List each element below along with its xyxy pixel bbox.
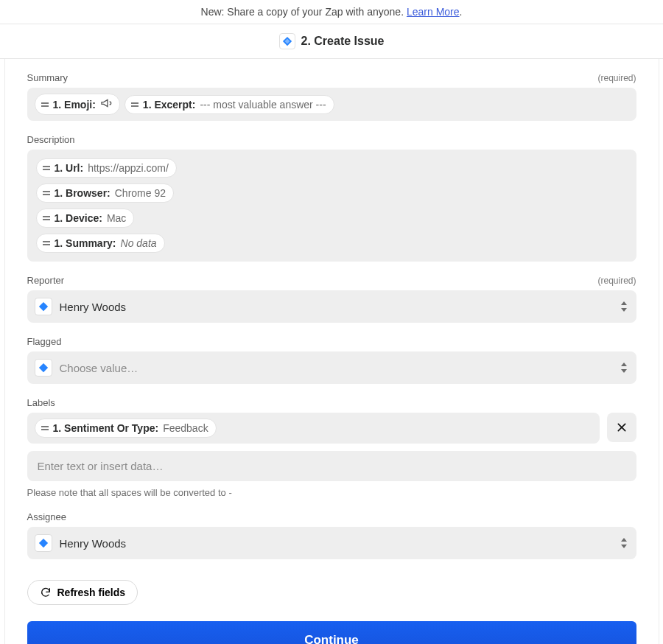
step-title: 2. Create Issue <box>301 35 385 48</box>
jira-icon <box>35 359 52 377</box>
banner-text: New: Share a copy of your Zap with anyon… <box>201 6 407 18</box>
reporter-required: (required) <box>597 276 636 286</box>
labels-text-input[interactable] <box>27 451 636 481</box>
form-panel: Summary (required) 1. Emoji: 1. Excerpt:… <box>4 59 659 644</box>
learn-more-link[interactable]: Learn More <box>407 6 460 18</box>
refresh-fields-button[interactable]: Refresh fields <box>27 580 138 605</box>
field-summary: Summary (required) 1. Emoji: 1. Excerpt:… <box>27 72 636 121</box>
banner-suffix: . <box>460 6 463 18</box>
reporter-value: Henry Woods <box>60 301 127 313</box>
summary-label: Summary <box>27 72 69 83</box>
summary-pill-emoji[interactable]: 1. Emoji: <box>35 94 120 115</box>
svg-rect-4 <box>43 166 50 167</box>
sort-arrows-icon <box>620 538 628 548</box>
pill-key: 1. Summary: <box>55 237 116 249</box>
svg-rect-7 <box>43 194 50 195</box>
field-flagged: Flagged Choose value… <box>27 336 636 384</box>
sort-arrows-icon <box>620 301 628 312</box>
data-source-icon <box>43 191 50 195</box>
svg-rect-0 <box>41 102 49 104</box>
svg-rect-8 <box>43 216 50 217</box>
sort-arrows-icon <box>620 363 628 373</box>
refresh-label: Refresh fields <box>57 587 126 598</box>
summary-required: (required) <box>597 73 636 83</box>
jira-icon <box>35 298 52 315</box>
top-banner: New: Share a copy of your Zap with anyon… <box>0 0 663 24</box>
close-icon <box>616 421 628 433</box>
field-description: Description 1. Url: https://appzi.com/ 1… <box>27 134 636 262</box>
reporter-label: Reporter <box>27 275 65 286</box>
pill-key: 1. Browser: <box>55 187 110 199</box>
pill-value: Chrome 92 <box>115 187 166 199</box>
description-pill-summary[interactable]: 1. Summary: No data <box>36 234 165 253</box>
flagged-label: Flagged <box>27 336 62 347</box>
svg-rect-10 <box>43 241 50 242</box>
assignee-value: Henry Woods <box>60 537 127 550</box>
labels-help-text: Please note that all spaces will be conv… <box>27 487 636 498</box>
pill-key: 1. Url: <box>55 162 84 174</box>
description-label: Description <box>27 134 75 145</box>
data-source-icon <box>131 102 138 107</box>
flagged-select[interactable]: Choose value… <box>27 351 636 384</box>
continue-button[interactable]: Continue <box>27 621 636 644</box>
pill-value: No data <box>121 237 157 249</box>
pill-value: Feedback <box>163 422 208 434</box>
field-assignee: Assignee Henry Woods <box>27 511 636 559</box>
pill-value: --- most valuable answer --- <box>200 99 326 111</box>
data-source-icon <box>41 102 49 107</box>
pill-value: Mac <box>107 212 126 224</box>
svg-rect-12 <box>41 426 49 427</box>
pill-value: https://appzi.com/ <box>88 162 169 174</box>
description-input[interactable]: 1. Url: https://appzi.com/ 1. Browser: C… <box>27 150 636 262</box>
svg-rect-9 <box>43 219 50 220</box>
description-pill-browser[interactable]: 1. Browser: Chrome 92 <box>36 183 175 203</box>
reporter-select[interactable]: Henry Woods <box>27 290 636 323</box>
summary-input[interactable]: 1. Emoji: 1. Excerpt: --- most valuable … <box>27 88 636 121</box>
description-pill-device[interactable]: 1. Device: Mac <box>36 209 135 228</box>
step-header: 2. Create Issue <box>0 24 663 59</box>
svg-rect-13 <box>41 429 49 430</box>
pill-key: 1. Emoji: <box>53 99 96 111</box>
labels-pill-sentiment[interactable]: 1. Sentiment Or Type: Feedback <box>35 419 217 438</box>
pill-key: 1. Excerpt: <box>143 99 196 111</box>
svg-rect-6 <box>43 191 50 192</box>
data-source-icon <box>43 216 50 220</box>
svg-rect-3 <box>131 105 138 107</box>
jira-icon <box>35 534 52 552</box>
labels-input[interactable]: 1. Sentiment Or Type: Feedback <box>27 413 600 444</box>
svg-rect-5 <box>43 169 50 170</box>
data-source-icon <box>43 241 50 245</box>
labels-label: Labels <box>27 397 55 408</box>
svg-rect-11 <box>43 244 50 245</box>
clear-labels-button[interactable] <box>607 413 636 442</box>
svg-rect-2 <box>131 102 138 104</box>
assignee-label: Assignee <box>27 511 66 522</box>
description-pill-url[interactable]: 1. Url: https://appzi.com/ <box>36 158 177 178</box>
svg-rect-1 <box>41 105 49 107</box>
refresh-icon <box>40 587 52 598</box>
field-labels: Labels 1. Sentiment Or Type: Feedback Pl… <box>27 397 636 498</box>
megaphone-icon <box>100 97 112 111</box>
summary-pill-excerpt[interactable]: 1. Excerpt: --- most valuable answer --- <box>124 95 334 114</box>
flagged-placeholder: Choose value… <box>60 362 138 374</box>
data-source-icon <box>43 166 50 170</box>
jira-icon <box>279 33 295 49</box>
data-source-icon <box>41 426 49 430</box>
assignee-select[interactable]: Henry Woods <box>27 527 636 559</box>
pill-key: 1. Sentiment Or Type: <box>53 422 159 434</box>
pill-key: 1. Device: <box>55 212 102 224</box>
field-reporter: Reporter (required) Henry Woods <box>27 275 636 323</box>
